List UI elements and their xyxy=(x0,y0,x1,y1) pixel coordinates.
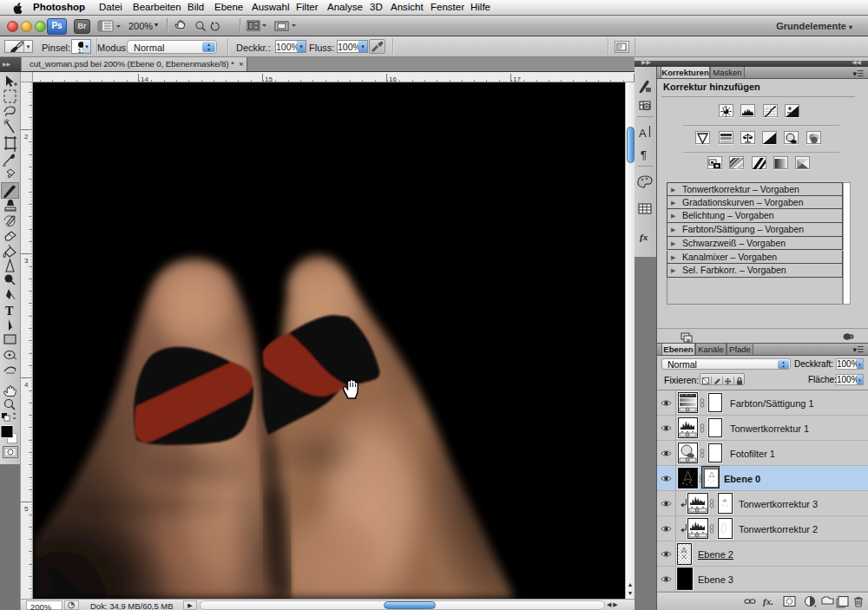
svg-text:5: 5 xyxy=(24,505,29,513)
svg-text:4: 4 xyxy=(24,381,29,389)
svg-text:16: 16 xyxy=(389,75,397,82)
svg-text:fx.: fx. xyxy=(763,596,773,607)
svg-text:A: A xyxy=(639,127,647,140)
svg-text:14: 14 xyxy=(141,75,148,82)
svg-text:¶: ¶ xyxy=(641,148,647,161)
svg-text:15: 15 xyxy=(265,75,273,82)
svg-text:2: 2 xyxy=(24,133,29,141)
svg-text:fx: fx xyxy=(640,232,648,242)
svg-text:3: 3 xyxy=(24,257,29,265)
svg-text:T: T xyxy=(5,305,14,318)
svg-text:17: 17 xyxy=(513,75,521,82)
